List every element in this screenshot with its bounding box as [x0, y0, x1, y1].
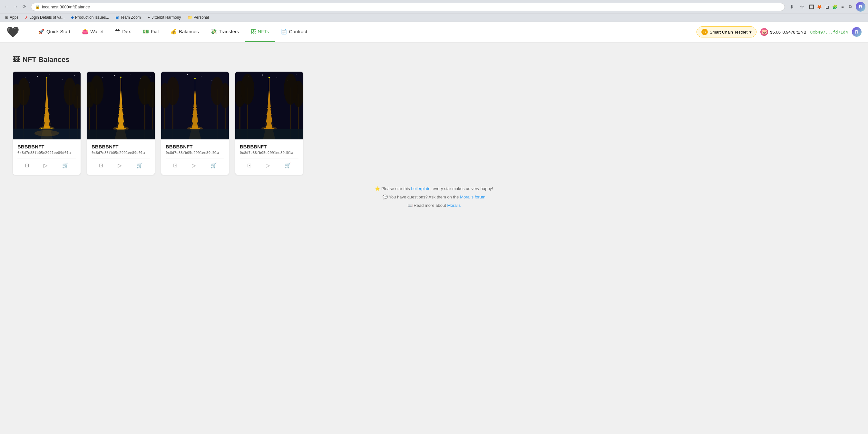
- nft-image-1: [13, 71, 81, 139]
- bnb-icon: 🐷: [761, 28, 768, 36]
- nft-cart-button-2[interactable]: 🛒: [134, 161, 145, 170]
- svg-point-57: [175, 77, 175, 78]
- bookmark-login-label: Login Details of va...: [29, 15, 64, 20]
- ext-icon-1[interactable]: 🔲: [808, 3, 815, 10]
- jitterbit-icon: ✦: [147, 15, 151, 20]
- bookmark-login-details[interactable]: ✗ Login Details of va...: [22, 15, 67, 20]
- bookmark-team-zoom-label: Team Zoom: [120, 15, 141, 20]
- back-button[interactable]: ←: [3, 3, 10, 11]
- svg-point-104: [269, 77, 270, 78]
- nav-nfts[interactable]: 🖼 NFTs: [245, 22, 275, 42]
- svg-point-6: [30, 82, 30, 83]
- bookmark-production-issues[interactable]: ◆ Production Issues...: [68, 15, 112, 20]
- address-bar[interactable]: 🔒 localhost:3000/nftBalance: [31, 3, 785, 11]
- nft-actions-3: ⊡ ▷ 🛒: [166, 158, 224, 170]
- svg-point-29: [41, 128, 42, 129]
- nft-address-4: 0x8d7e88fb05e2991ee89d01a: [240, 151, 299, 155]
- nft-card-body-3: BBBBBNFT 0x8d7e88fb05e2991ee89d01a ⊡ ▷ 🛒: [161, 139, 229, 175]
- user-avatar[interactable]: R: [852, 27, 862, 37]
- svg-point-44: [138, 75, 152, 105]
- nft-cart-button-1[interactable]: 🛒: [60, 161, 71, 170]
- nav-nfts-label: NFTs: [258, 29, 269, 34]
- nft-cart-button-4[interactable]: 🛒: [282, 161, 293, 170]
- footer: ⭐ Please star this boilerplate, every st…: [13, 175, 855, 220]
- wallet-icon: 👛: [82, 28, 88, 34]
- bookmark-personal[interactable]: 📁 Personal: [185, 15, 211, 20]
- ext-icon-2[interactable]: 🦊: [816, 3, 823, 10]
- svg-point-82: [262, 75, 263, 76]
- svg-point-2: [37, 76, 38, 77]
- nft-grid: BBBBBNFT 0x8d7e88fb05e2991ee89d01a ⊡ ▷ 🛒: [13, 71, 303, 175]
- nav-wallet[interactable]: 👛 Wallet: [76, 22, 109, 42]
- nft-info-button-4[interactable]: ⊡: [245, 161, 254, 170]
- footer-boilerplate-link[interactable]: boilerplate: [411, 186, 430, 191]
- svg-point-89: [241, 74, 254, 105]
- balance-display: 🐷 $5.06 0.9478 tBNB: [761, 28, 806, 36]
- nav-quick-start[interactable]: 🚀 Quick Start: [32, 22, 76, 42]
- ext-icon-6[interactable]: ⧉: [847, 3, 854, 10]
- browser-avatar[interactable]: R: [856, 2, 865, 11]
- refresh-button[interactable]: ⟳: [21, 3, 28, 11]
- ext-icon-3[interactable]: ◻: [824, 3, 831, 10]
- nft-actions-4: ⊡ ▷ 🛒: [240, 158, 299, 170]
- nft-info-button-2[interactable]: ⊡: [96, 161, 106, 170]
- page-title-icon: 🖼: [13, 56, 20, 64]
- browser-nav-buttons: ← → ⟳: [3, 3, 28, 11]
- nav-fiat[interactable]: 💵 Fiat: [137, 22, 165, 42]
- chain-selector[interactable]: B Smart Chain Testnet ▾: [696, 26, 757, 37]
- nav-quick-start-label: Quick Start: [46, 29, 70, 34]
- nav-dex[interactable]: 🏛 Dex: [109, 22, 137, 42]
- footer-line-3: 📖 Read more about Moralis: [23, 201, 845, 210]
- lock-icon: 🔒: [35, 4, 40, 9]
- footer-forum-link[interactable]: Moralis forum: [460, 195, 486, 199]
- bookmark-apps[interactable]: ⊞ Apps: [3, 15, 21, 20]
- nft-cart-button-3[interactable]: 🛒: [208, 161, 219, 170]
- nft-play-button-3[interactable]: ▷: [189, 161, 198, 170]
- forward-button[interactable]: →: [11, 3, 19, 11]
- nfts-icon: 🖼: [251, 29, 256, 34]
- svg-rect-78: [161, 129, 229, 140]
- nft-address-2: 0x8d7e88fb05e2991ee89d01a: [92, 151, 150, 155]
- chain-label: Smart Chain Testnet: [710, 30, 748, 34]
- svg-rect-103: [235, 129, 303, 139]
- nav-fiat-label: Fiat: [151, 29, 159, 34]
- bookmark-team-zoom[interactable]: ▣ Team Zoom: [113, 15, 143, 20]
- ext-icon-5[interactable]: ≡: [839, 3, 846, 10]
- app-logo[interactable]: 🖤: [6, 26, 19, 38]
- nav-balances-label: Balances: [179, 29, 199, 34]
- svg-point-40: [90, 75, 104, 105]
- nft-card-1: BBBBBNFT 0x8d7e88fb05e2991ee89d01a ⊡ ▷ 🛒: [13, 71, 81, 175]
- nft-play-button-4[interactable]: ▷: [264, 161, 272, 170]
- nft-card-body-4: BBBBBNFT 0x8d7e88fb05e2991ee89d01a ⊡ ▷ 🛒: [235, 139, 303, 175]
- nft-info-button-3[interactable]: ⊡: [170, 161, 180, 170]
- footer-moralis-link[interactable]: Moralis: [447, 203, 461, 208]
- svg-point-28: [46, 77, 48, 79]
- nft-image-container-2: [87, 71, 155, 139]
- svg-point-30: [52, 128, 53, 129]
- footer-line-2: 💬 You have questions? Ask them on the Mo…: [23, 193, 845, 201]
- nft-info-button-1[interactable]: ⊡: [22, 161, 32, 170]
- url-text: localhost:3000/nftBalance: [42, 4, 90, 9]
- svg-point-32: [102, 78, 103, 78]
- svg-point-64: [166, 77, 179, 105]
- download-button[interactable]: ⬇: [787, 3, 796, 11]
- contract-icon: 📄: [281, 28, 287, 34]
- nav-contract[interactable]: 📄 Contract: [275, 22, 313, 42]
- nft-play-button-2[interactable]: ▷: [115, 161, 124, 170]
- bookmark-button[interactable]: ☆: [798, 3, 806, 11]
- nav-balances[interactable]: 💰 Balances: [165, 22, 205, 42]
- nav-transfers[interactable]: 💸 Transfers: [205, 22, 245, 42]
- nft-actions-2: ⊡ ▷ 🛒: [92, 158, 150, 170]
- nft-name-3: BBBBBNFT: [166, 144, 224, 149]
- nft-play-button-1[interactable]: ▷: [41, 161, 50, 170]
- bookmark-jitterbit[interactable]: ✦ Jitterbit Harmony: [145, 15, 184, 20]
- wallet-address[interactable]: 0xb497...fd71d4: [810, 30, 848, 34]
- ext-icon-4[interactable]: 🧩: [831, 3, 838, 10]
- login-details-icon: ✗: [25, 15, 28, 20]
- chain-dropdown-icon: ▾: [749, 30, 752, 34]
- nft-address-1: 0x8d7e88fb05e2991ee89d01a: [18, 151, 76, 155]
- nav-transfers-label: Transfers: [219, 29, 239, 34]
- nft-card-2: BBBBBNFT 0x8d7e88fb05e2991ee89d01a ⊡ ▷ 🛒: [87, 71, 155, 175]
- svg-point-60: [211, 80, 212, 81]
- nft-card-body-1: BBBBBNFT 0x8d7e88fb05e2991ee89d01a ⊡ ▷ 🛒: [13, 139, 81, 175]
